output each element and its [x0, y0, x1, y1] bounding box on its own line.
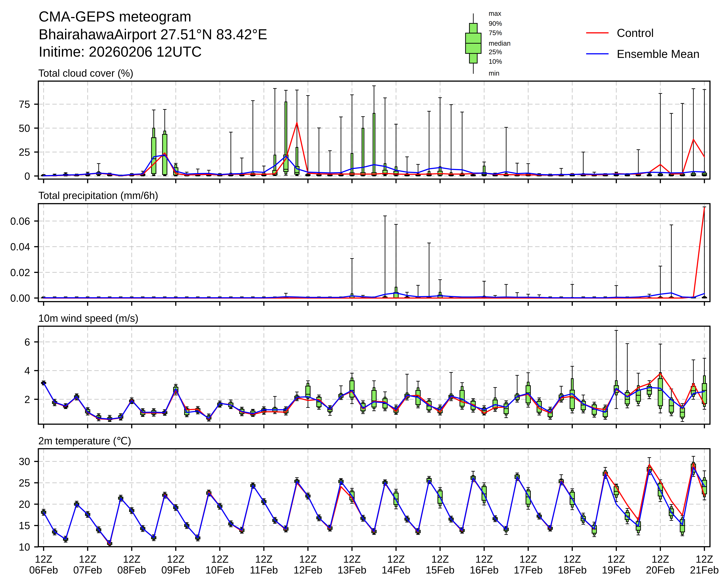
svg-text:12Z: 12Z: [211, 554, 229, 565]
svg-text:12Z: 12Z: [475, 554, 493, 565]
svg-text:08Feb: 08Feb: [118, 564, 146, 576]
svg-text:06Feb: 06Feb: [29, 564, 58, 576]
svg-text:13Feb: 13Feb: [338, 564, 366, 576]
svg-text:10m wind speed (m/s): 10m wind speed (m/s): [38, 312, 138, 324]
svg-text:median: median: [489, 40, 511, 47]
svg-text:0.02: 0.02: [10, 267, 30, 278]
svg-text:Total precipitation (mm/6h): Total precipitation (mm/6h): [38, 190, 158, 201]
svg-text:11Feb: 11Feb: [250, 564, 278, 576]
svg-text:0.06: 0.06: [10, 215, 30, 227]
svg-text:12Z: 12Z: [167, 554, 184, 565]
svg-text:0: 0: [24, 171, 30, 182]
svg-text:min: min: [489, 70, 499, 77]
svg-text:12Z: 12Z: [123, 554, 140, 565]
svg-text:50: 50: [19, 123, 30, 134]
svg-text:75%: 75%: [489, 29, 502, 36]
svg-text:90%: 90%: [489, 20, 502, 27]
svg-text:19Feb: 19Feb: [602, 564, 631, 576]
svg-text:2: 2: [24, 394, 30, 405]
svg-text:15Feb: 15Feb: [426, 564, 454, 576]
svg-text:25: 25: [19, 477, 30, 489]
svg-text:max: max: [489, 10, 501, 17]
svg-text:12Z: 12Z: [343, 554, 361, 565]
svg-text:Control: Control: [617, 27, 654, 39]
svg-text:12Z: 12Z: [255, 554, 272, 565]
svg-text:12Z: 12Z: [607, 554, 625, 565]
svg-text:0.04: 0.04: [10, 241, 30, 253]
svg-text:30: 30: [19, 456, 30, 467]
svg-text:0.00: 0.00: [10, 293, 30, 304]
svg-text:12Z: 12Z: [299, 554, 317, 565]
svg-text:10: 10: [19, 541, 30, 553]
svg-text:10%: 10%: [489, 58, 502, 65]
svg-text:07Feb: 07Feb: [73, 564, 102, 576]
svg-text:14Feb: 14Feb: [382, 564, 411, 576]
svg-text:16Feb: 16Feb: [470, 564, 498, 576]
svg-text:CMA-GEPS meteogram: CMA-GEPS meteogram: [38, 8, 191, 25]
svg-text:Total cloud cover (%): Total cloud cover (%): [38, 68, 133, 79]
svg-text:17Feb: 17Feb: [514, 564, 543, 576]
svg-text:20Feb: 20Feb: [646, 564, 675, 576]
svg-text:12Z: 12Z: [387, 554, 405, 565]
svg-text:6: 6: [24, 336, 30, 348]
svg-text:BhairahawaAirport 27.51°N 83.4: BhairahawaAirport 27.51°N 83.42°E: [38, 26, 267, 42]
svg-text:10Feb: 10Feb: [205, 564, 234, 576]
svg-text:Ensemble Mean: Ensemble Mean: [617, 48, 700, 60]
svg-text:12Z: 12Z: [519, 554, 537, 565]
svg-text:12Z: 12Z: [79, 554, 96, 565]
svg-text:09Feb: 09Feb: [161, 564, 190, 576]
svg-text:21Feb: 21Feb: [690, 564, 719, 576]
svg-text:12Z: 12Z: [651, 554, 669, 565]
svg-text:12Z: 12Z: [35, 554, 52, 565]
svg-text:75: 75: [19, 99, 30, 110]
svg-text:25%: 25%: [489, 48, 502, 56]
svg-text:2m temperature (℃): 2m temperature (℃): [38, 435, 131, 447]
svg-text:12Z: 12Z: [696, 554, 713, 565]
svg-text:18Feb: 18Feb: [558, 564, 587, 576]
svg-text:4: 4: [24, 365, 30, 377]
svg-text:20: 20: [19, 499, 30, 510]
svg-text:25: 25: [19, 147, 30, 158]
svg-text:12Z: 12Z: [431, 554, 449, 565]
svg-text:Initime: 20260206 12UTC: Initime: 20260206 12UTC: [38, 44, 202, 60]
svg-text:15: 15: [19, 520, 30, 531]
svg-text:12Feb: 12Feb: [293, 564, 322, 576]
svg-text:12Z: 12Z: [564, 554, 581, 565]
